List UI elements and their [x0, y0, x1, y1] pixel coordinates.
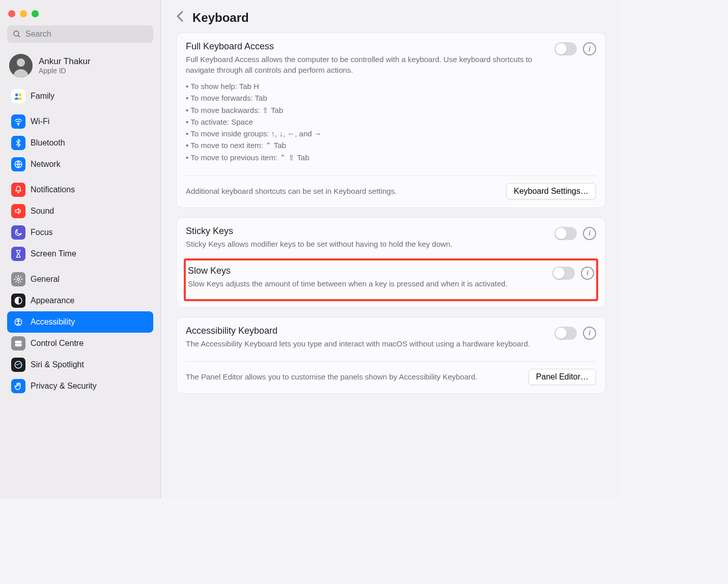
- sticky-keys-title: Sticky Keys: [186, 226, 548, 237]
- sidebar-item-screen-time[interactable]: Screen Time: [7, 243, 153, 265]
- sidebar-item-label: Bluetooth: [31, 138, 65, 148]
- full-kb-extra-desc: Additional keyboard shortcuts can be set…: [186, 186, 499, 196]
- sound-icon: [11, 204, 25, 218]
- svg-point-11: [18, 319, 19, 320]
- sidebar-item-control-centre[interactable]: Control Centre: [7, 333, 153, 354]
- bt-icon: [11, 136, 25, 150]
- sticky-keys-info-button[interactable]: i: [583, 227, 596, 240]
- sidebar-item-label: Control Centre: [31, 339, 83, 348]
- full-kb-desc: Full Keyboard Access allows the computer…: [186, 54, 548, 75]
- shortcut-item: • To move inside groups: ↑, ↓, ←, and →: [186, 128, 548, 139]
- sidebar-item-label: General: [31, 275, 60, 284]
- hour-icon: [11, 247, 25, 261]
- sticky-keys-desc: Sticky Keys allows modifier keys to be s…: [186, 239, 548, 249]
- keyboard-settings-button[interactable]: Keyboard Settings…: [506, 183, 596, 199]
- access-icon: [11, 315, 25, 329]
- akbd-desc: The Accessibility Keyboard lets you type…: [186, 338, 548, 349]
- svg-point-3: [17, 59, 25, 67]
- sidebar-item-label: Accessibility: [31, 317, 75, 327]
- sidebar-item-siri-spotlight[interactable]: Siri & Spotlight: [7, 354, 153, 375]
- shortcut-list: • To show help: Tab H• To move forwards:…: [186, 80, 548, 163]
- shortcut-item: • To move forwards: Tab: [186, 92, 548, 104]
- sidebar-item-focus[interactable]: Focus: [7, 222, 153, 243]
- slow-keys-title: Slow Keys: [188, 266, 546, 276]
- close-window-button[interactable]: [8, 10, 15, 17]
- slow-keys-toggle[interactable]: [552, 267, 575, 280]
- appear-icon: [11, 294, 25, 308]
- window-controls: [7, 7, 153, 25]
- keys-card: Sticky Keys Sticky Keys allows modifier …: [176, 217, 606, 308]
- akbd-title: Accessibility Keyboard: [186, 326, 548, 336]
- slow-keys-desc: Slow Keys adjusts the amount of time bet…: [188, 278, 546, 289]
- sidebar-item-family[interactable]: Family: [7, 85, 153, 107]
- shortcut-item: • To show help: Tab H: [186, 80, 548, 92]
- gear-icon: [11, 272, 25, 286]
- user-name: Ankur Thakur: [39, 56, 91, 67]
- bell-icon: [11, 183, 25, 197]
- sidebar-item-network[interactable]: Network: [7, 154, 153, 175]
- svg-point-6: [18, 124, 19, 125]
- slow-keys-info-button[interactable]: i: [581, 267, 594, 280]
- akbd-info-button[interactable]: i: [583, 327, 596, 340]
- header: Keyboard: [161, 0, 621, 33]
- panel-editor-desc: The Panel Editor allows you to customise…: [186, 371, 521, 382]
- shortcut-item: • To move backwards: ⇧ Tab: [186, 104, 548, 116]
- accessibility-keyboard-card: Accessibility Keyboard The Accessibility…: [176, 317, 606, 394]
- full-kb-info-button[interactable]: i: [583, 42, 596, 55]
- sticky-keys-toggle[interactable]: [554, 227, 577, 240]
- full-keyboard-access-card: Full Keyboard Access Full Keyboard Acces…: [176, 33, 606, 208]
- sidebar-item-wi-fi[interactable]: Wi-Fi: [7, 111, 153, 132]
- sidebar-item-label: Privacy & Security: [31, 382, 97, 391]
- back-button[interactable]: [176, 10, 184, 25]
- minimize-window-button[interactable]: [20, 10, 27, 17]
- main-panel: Keyboard Full Keyboard Access Full Keybo…: [161, 0, 621, 499]
- sidebar-item-label: Notifications: [31, 185, 75, 194]
- sidebar-item-notifications[interactable]: Notifications: [7, 179, 153, 200]
- sidebar-item-label: Network: [31, 160, 61, 169]
- svg-point-0: [14, 31, 19, 36]
- sidebar-item-accessibility[interactable]: Accessibility: [7, 311, 153, 333]
- svg-point-15: [19, 344, 20, 345]
- ctrlc-icon: [11, 336, 25, 351]
- wifi-icon: [11, 114, 25, 129]
- slow-keys-highlight: Slow Keys Slow Keys adjusts the amount o…: [184, 258, 598, 301]
- shortcut-item: • To move to next item: ⌃ Tab: [186, 139, 548, 151]
- user-sub: Apple ID: [39, 67, 91, 75]
- moon-icon: [11, 225, 25, 240]
- maximize-window-button[interactable]: [32, 10, 39, 17]
- sidebar-item-privacy-security[interactable]: Privacy & Security: [7, 375, 153, 397]
- sidebar: Ankur Thakur Apple ID Family Wi-FiBlueto…: [0, 0, 161, 499]
- panel-editor-button[interactable]: Panel Editor…: [528, 369, 596, 385]
- shortcut-item: • To activate: Space: [186, 116, 548, 128]
- sidebar-item-label: Family: [31, 92, 54, 101]
- shortcut-item: • To move to previous item: ⌃ ⇧ Tab: [186, 152, 548, 163]
- svg-point-14: [16, 341, 17, 342]
- siri-icon: [11, 358, 25, 372]
- akbd-toggle[interactable]: [554, 327, 577, 340]
- svg-point-4: [15, 94, 18, 96]
- sidebar-item-bluetooth[interactable]: Bluetooth: [7, 132, 153, 154]
- sidebar-item-appearance[interactable]: Appearance: [7, 290, 153, 311]
- search-icon: [12, 30, 21, 39]
- sidebar-item-label: Sound: [31, 207, 54, 216]
- globe-icon: [11, 157, 25, 171]
- svg-point-8: [17, 278, 20, 281]
- sidebar-item-label: Focus: [31, 228, 53, 237]
- sidebar-item-general[interactable]: General: [7, 269, 153, 290]
- sidebar-item-label: Siri & Spotlight: [31, 360, 84, 369]
- search-input[interactable]: [25, 30, 148, 39]
- sidebar-item-label: Screen Time: [31, 249, 76, 258]
- hand-icon: [11, 379, 25, 393]
- sidebar-item-sound[interactable]: Sound: [7, 200, 153, 222]
- sidebar-item-label: Appearance: [31, 296, 74, 305]
- search-field[interactable]: [7, 25, 153, 43]
- apple-id-row[interactable]: Ankur Thakur Apple ID: [7, 52, 153, 85]
- avatar: [9, 54, 33, 77]
- svg-point-5: [19, 94, 21, 96]
- full-kb-title: Full Keyboard Access: [186, 41, 548, 52]
- family-icon: [11, 89, 25, 103]
- page-title: Keyboard: [192, 11, 249, 25]
- full-kb-toggle[interactable]: [554, 42, 577, 55]
- svg-line-1: [18, 35, 20, 37]
- sidebar-item-label: Wi-Fi: [31, 117, 49, 126]
